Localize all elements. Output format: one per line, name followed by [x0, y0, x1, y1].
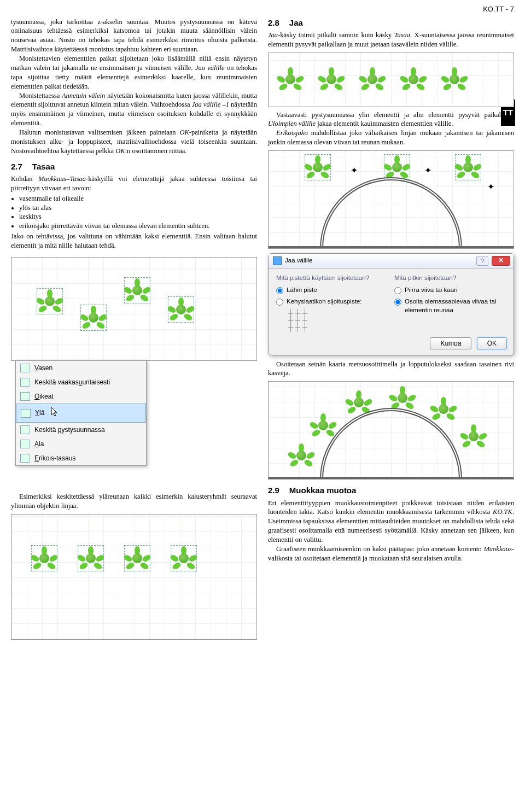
para-left-7: Esimerkiksi keskitettäessä yläreunaan ka… [11, 492, 257, 511]
text: Halutun monistustavan valitsemisen jälke… [19, 128, 179, 136]
dialog-icon [273, 256, 282, 265]
align-left-icon [20, 364, 30, 372]
align-hcenter-icon [20, 378, 30, 387]
menu-label: Ala [34, 440, 44, 448]
align-special-icon [20, 454, 30, 463]
para-left-1: tysuunnassa, joka tarkoittaa z-akselin s… [11, 17, 257, 55]
text-italic: OK [115, 147, 125, 155]
menu-label: Vasen [34, 364, 52, 372]
para-left-6: Jako on tehtävissä, jos valittuna on väh… [11, 232, 257, 250]
section-title: Tasaa [32, 162, 55, 171]
option-piirra[interactable]: Piirrä viiva tai kaari [394, 286, 506, 295]
menu-item-ala[interactable]: Ala [16, 437, 146, 451]
ok-button[interactable]: OK [477, 337, 507, 349]
radio-kehys[interactable] [276, 299, 283, 306]
group-label: Mitä pitkin sijoitetaan? [394, 274, 506, 283]
radio-label: Osoita olemassaolevaa viivaa tai element… [405, 297, 506, 314]
section-2-9-heading: 2.9Muokkaa muotoa [268, 485, 514, 496]
menu-item-keskita-vaaka[interactable]: Keskitä vaakasuuntaisesti [16, 375, 146, 389]
list-item: ylös tai alas [19, 203, 257, 213]
option-osoita[interactable]: Osoita olemassaolevaa viivaa tai element… [394, 297, 506, 314]
radio-label: Lähin piste [287, 286, 317, 295]
right-column: TT 2.8Jaa Jaa-käsky toimii pitkälti samo… [268, 17, 514, 643]
left-column: tysuunnassa, joka tarkoittaa z-akselin s… [11, 17, 257, 643]
anchor-grid-icon: ┼ ┼ ┼┼ ┼ ┼┼ ┼ ┼ [288, 309, 388, 331]
align-right-icon [20, 392, 30, 401]
menu-item-vasen[interactable]: Vasen [16, 361, 146, 375]
figure-arch-before: ✦ ✦ ✦ [268, 150, 514, 249]
text-italic: KO.TK [493, 508, 512, 516]
text-italic: Annetuin välein [62, 92, 105, 100]
marker-icon: ✦ [351, 165, 358, 177]
group-label: Mitä pistettä käyttäen sijoitetaan? [276, 274, 388, 283]
radio-label: Kehyslaatikon sijoituspiste: [287, 297, 361, 306]
cancel-button[interactable]: Kumoa [430, 337, 471, 349]
figure-tasaa-result [11, 514, 257, 640]
marker-icon: ✦ [424, 165, 431, 177]
cursor-icon [51, 407, 59, 419]
para-right-4: Osoitetaan seinän kaarta mersuosoittimel… [268, 360, 514, 378]
para-right-3: Erikoisjako mahdollistaa joko väliaikais… [268, 128, 514, 147]
menu-item-yla[interactable]: Ylä [16, 404, 146, 422]
text: Eri elementtityyppien muokkaustoimenpite… [268, 499, 514, 516]
text-italic: Jaa [268, 31, 278, 39]
menu-label: Oikeat [34, 392, 54, 401]
figure-arch-after [268, 381, 514, 480]
list-item: erikoisjako piirrettävän viivan tai olem… [19, 221, 257, 231]
section-2-8-heading: 2.8Jaa [268, 17, 514, 28]
help-button[interactable]: ? [476, 256, 488, 266]
text-italic: Jaa välille –1 [192, 101, 229, 108]
para-right-2: Vastaavasti pystysuunnassa ylin elementt… [268, 110, 514, 129]
text: Graafiseen muokkaamiseenkin on kaksi pää… [276, 545, 483, 553]
bullet-list: vasemmalle tai oikealle ylös tai alas ke… [19, 194, 257, 231]
para-right-6: Graafiseen muokkaamiseenkin on kaksi pää… [268, 545, 514, 563]
section-2-7-heading: 2.7Tasaa [11, 161, 257, 172]
list-item: vasemmalle tai oikealle [19, 194, 257, 203]
align-top-icon [21, 409, 31, 418]
text-italic: Jaa välille [195, 64, 225, 72]
section-title: Jaa [289, 18, 303, 27]
menu-item-oikeat[interactable]: Oikeat [16, 389, 146, 404]
page-header: KO.TT - 7 [11, 4, 514, 14]
text: Vastaavasti pystysuunnassa ylin elementt… [276, 111, 514, 119]
menu-label: Keskitä pystysuunnassa [34, 425, 105, 434]
text-italic: Muokkaus–Tasaa [38, 175, 86, 183]
text-italic: Muokkaus [483, 545, 511, 553]
section-num: 2.8 [268, 18, 279, 27]
text-italic: Tasaa [394, 31, 410, 39]
section-num: 2.7 [11, 162, 22, 171]
menu-label: Erikois-tasaus [34, 454, 75, 463]
para-right-5: Eri elementtityyppien muokkaustoimenpite… [268, 499, 514, 545]
align-vcenter-icon [20, 425, 30, 434]
para-left-2: Monistettavien elementtien paikat sijoit… [11, 54, 257, 91]
menu-item-erikois[interactable]: Erikois-tasaus [16, 451, 146, 465]
close-button[interactable]: ✕ [492, 256, 510, 266]
text: :n osoittaminen riittää. [125, 147, 187, 155]
arch-wall [320, 177, 462, 248]
figure-tasaa-menu: Vasen Keskitä vaakasuuntaisesti Oikeat Y… [11, 254, 257, 489]
menu-item-keskita-pysty[interactable]: Keskitä pystysuunnassa [16, 423, 146, 437]
radio-piirra[interactable] [394, 287, 401, 294]
radio-osoita[interactable] [394, 299, 401, 306]
figure-jaa-horizontal [268, 52, 514, 107]
align-bottom-icon [20, 440, 30, 448]
text-italic: Erikoisjako [276, 129, 308, 137]
radio-lahin[interactable] [276, 287, 283, 294]
option-lahin-piste[interactable]: Lähin piste [276, 286, 388, 295]
menu-label: Keskitä vaakasuuntaisesti [34, 378, 110, 387]
option-kehyslaatikko[interactable]: Kehyslaatikon sijoituspiste: [276, 297, 388, 306]
text: jakaa elementit kauimmaisten elementtien… [316, 120, 453, 127]
section-num: 2.9 [268, 486, 279, 495]
text: -käsky toimii pitkälti samoin kuin käsky [278, 31, 394, 39]
menu-label: Ylä [35, 408, 44, 417]
text: Kohdan [11, 175, 38, 183]
dialog-jaa-valille: Jaa välille ? ✕ Mitä pistettä käyttäen s… [268, 253, 514, 355]
para-right-1: Jaa-käsky toimii pitkälti samoin kuin kä… [268, 31, 514, 49]
context-menu-tasaa: Vasen Keskitä vaakasuuntaisesti Oikeat Y… [15, 360, 147, 466]
radio-label: Piirrä viiva tai kaari [405, 286, 458, 295]
list-item: keskitys [19, 212, 257, 221]
para-left-3: Monistettaessa Annetuin välein näytetään… [11, 91, 257, 128]
marker-icon: ✦ [487, 181, 494, 193]
text-italic: Uloimpien välille [268, 120, 316, 127]
section-title: Muokkaa muotoa [289, 486, 357, 495]
